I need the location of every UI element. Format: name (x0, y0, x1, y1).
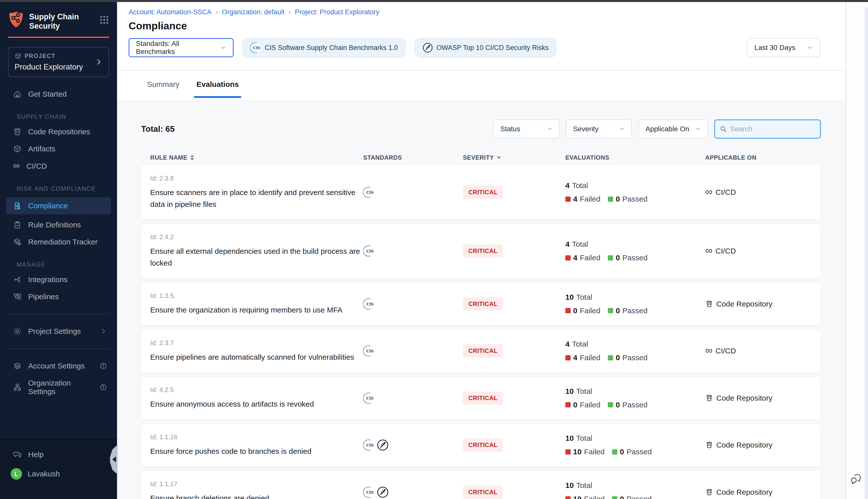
sidebar-item-organization-settings[interactable]: Organization Settings (0, 375, 117, 400)
applicable-on-cell: Code Repository (705, 300, 812, 308)
severity-cell: CRITICAL (463, 186, 565, 199)
project-selector[interactable]: PROJECT Product Exploratory (8, 47, 109, 77)
eval-failed: 4Failed (565, 353, 600, 362)
sidebar-item-label: Artifacts (28, 145, 55, 153)
sidebar-item-integrations[interactable]: Integrations (0, 271, 117, 288)
column-header-severity[interactable]: SEVERITY (463, 154, 565, 161)
applicable-on-label: Code Repository (716, 441, 772, 449)
rule-name: Ensure the organization is requiring mem… (150, 304, 361, 316)
sidebar-item-get-started[interactable]: Get Started (0, 86, 117, 103)
sidebar-item-label: Remediation Tracker (28, 238, 98, 246)
sidebar-logo-row: Supply Chain Security (0, 2, 117, 31)
rule-row[interactable]: Id: 2.3.8Ensure scanners are in place to… (141, 165, 821, 219)
doc-search-icon (13, 202, 22, 210)
chevron-right-icon (100, 328, 107, 335)
eval-total: 4Total (565, 181, 705, 190)
column-header-applicable-on: APPLICABLE ON (705, 154, 812, 161)
sidebar-item-artifacts[interactable]: Artifacts (0, 140, 117, 157)
applicable-on-value: Applicable On (646, 125, 689, 133)
sidebar-item-remediation-tracker[interactable]: Remediation Tracker (0, 233, 117, 251)
passed-square-icon (612, 449, 617, 454)
column-header-rule-name[interactable]: RULE NAME (150, 154, 363, 161)
eval-passed: 0Passed (612, 495, 652, 499)
clipboard-icon (13, 221, 22, 229)
sidebar-item-code-repositories[interactable]: Code Repositories (0, 123, 117, 140)
user-menu[interactable]: L Lavakush (0, 463, 117, 480)
applicable-on-cell: Code Repository (705, 488, 812, 497)
sidebar-item-compliance[interactable]: Compliance (6, 197, 111, 214)
eval-failed: 4Failed (565, 254, 600, 262)
rule-name-cell: Id: 2.3.8Ensure scanners are in place to… (150, 174, 363, 210)
rule-row[interactable]: Id: 1.3.5Ensure the organization is requ… (141, 283, 821, 325)
sidebar-item-ci-cd[interactable]: ∞CI/CD (0, 157, 117, 175)
rule-row[interactable]: Id: 2.3.7Ensure pipelines are automatica… (141, 330, 821, 373)
info-icon (99, 362, 107, 370)
passed-square-icon (608, 402, 613, 407)
failed-square-icon (565, 308, 571, 313)
sidebar-item-rule-definitions[interactable]: Rule Definitions (0, 216, 117, 233)
severity-select[interactable]: Severity (566, 120, 632, 138)
owasp-badge-icon (377, 486, 389, 498)
rule-name: Ensure all external dependencies used in… (150, 245, 361, 269)
status-select[interactable]: Status (493, 120, 559, 138)
standards-select[interactable]: Standards: All Benchmarks (129, 38, 233, 57)
sidebar-item-pipelines[interactable]: Pipelines (0, 288, 117, 305)
chip-cis-label: CIS Software Supply Chain Benchmarks 1.0 (265, 44, 398, 52)
tab-evaluations[interactable]: Evaluations (194, 71, 241, 98)
nav-section-label: SUPPLY CHAIN (0, 103, 117, 123)
standards-cell: CIS (363, 439, 463, 451)
sidebar-item-help[interactable]: ? Help (0, 446, 117, 463)
cis-badge-icon: CIS (363, 298, 375, 310)
rule-row[interactable]: Id: 2.4.2Ensure all external dependencie… (141, 224, 821, 278)
eval-total: 10Total (565, 387, 705, 395)
sidebar-nav: Get StartedSUPPLY CHAINCode Repositories… (0, 86, 117, 400)
eval-passed: 0Passed (608, 254, 648, 262)
chat-support-icon[interactable] (850, 473, 862, 485)
rule-row[interactable]: Id: 1.1.16Ensure force pushes code to br… (141, 424, 821, 467)
severity-select-value: Severity (573, 125, 599, 133)
rule-name: Ensure branch deletions are denied (150, 492, 361, 499)
rule-row[interactable]: Id: 4.2.5Ensure anonymous access to arti… (141, 377, 821, 419)
cicd-infinity-icon: ∞ (705, 188, 712, 197)
pipeline-icon (13, 292, 22, 301)
search-input[interactable] (730, 125, 821, 133)
standards-cell: CIS (363, 486, 463, 498)
svg-text:CIS: CIS (366, 490, 374, 495)
applicable-on-label: CI/CD (715, 247, 736, 255)
sidebar-item-account-settings[interactable]: Account Settings (0, 357, 117, 375)
date-range-select[interactable]: Last 30 Days (747, 38, 821, 57)
failed-square-icon (565, 402, 571, 407)
sidebar-item-label: Get Started (28, 90, 67, 98)
table-header: RULE NAMESTANDARDSSEVERITYEVALUATIONSAPP… (141, 154, 821, 161)
help-chat-icon: ? (13, 450, 22, 459)
breadcrumb-link[interactable]: Organization: default (222, 8, 285, 16)
rule-row[interactable]: Id: 1.1.17Ensure branch deletions are de… (141, 471, 821, 499)
eval-total: 4Total (565, 240, 705, 248)
breadcrumb-link[interactable]: Project: Product Exploratory (295, 8, 379, 16)
failed-square-icon (565, 496, 571, 499)
rule-id: Id: 1.1.17 (150, 480, 363, 488)
severity-cell: CRITICAL (463, 297, 565, 311)
apps-grid-icon[interactable] (99, 14, 109, 25)
failed-square-icon (565, 449, 571, 454)
rule-name: Ensure anonymous access to artifacts is … (150, 398, 361, 410)
chip-cis-benchmark[interactable]: CIS CIS Software Supply Chain Benchmarks… (242, 38, 406, 58)
cis-badge-icon: CIS (363, 186, 375, 198)
severity-badge: CRITICAL (463, 344, 503, 357)
scrollbar[interactable] (865, 7, 868, 499)
collapse-arrow-icon (112, 456, 116, 462)
sort-desc-icon (497, 157, 501, 159)
severity-cell: CRITICAL (463, 392, 565, 405)
repo-icon (13, 127, 22, 136)
org-icon (13, 383, 22, 392)
cis-badge-icon: CIS (363, 392, 375, 404)
tab-summary[interactable]: Summary (145, 71, 182, 98)
rule-id: Id: 1.3.5 (150, 292, 363, 300)
sidebar-item-project-settings[interactable]: Project Settings (0, 323, 117, 340)
right-utility-strip (846, 2, 868, 499)
breadcrumb-link[interactable]: Account: Automation-SSCA (129, 8, 212, 16)
cube-icon (13, 145, 22, 153)
applicable-on-select[interactable]: Applicable On (638, 120, 708, 138)
rule-name: Ensure force pushes code to branches is … (150, 446, 361, 457)
chip-owasp[interactable]: OWASP Top 10 CI/CD Security Risks (414, 38, 557, 58)
